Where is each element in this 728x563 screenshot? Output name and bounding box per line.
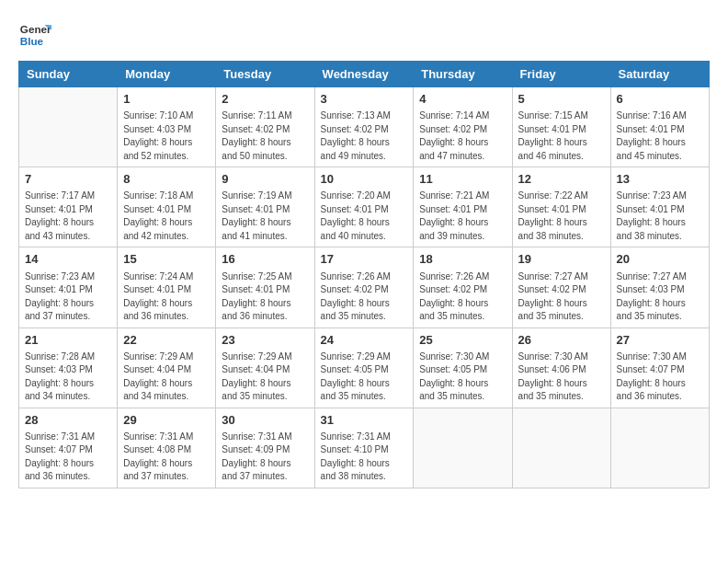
day-info: Sunrise: 7:30 AMSunset: 4:06 PMDaylight:… — [518, 350, 605, 404]
svg-text:General: General — [20, 23, 51, 35]
day-info: Sunrise: 7:31 AMSunset: 4:10 PMDaylight:… — [321, 431, 408, 484]
day-info: Sunrise: 7:31 AMSunset: 4:08 PMDaylight:… — [123, 431, 210, 484]
weekday-header-wednesday: Wednesday — [314, 62, 414, 87]
day-cell: 12Sunrise: 7:22 AMSunset: 4:01 PMDayligh… — [512, 167, 610, 247]
week-row-3: 14Sunrise: 7:23 AMSunset: 4:01 PMDayligh… — [19, 247, 710, 327]
day-number: 11 — [419, 171, 506, 188]
page-header: General Blue — [18, 18, 710, 52]
day-number: 10 — [321, 171, 408, 188]
day-number: 6 — [617, 91, 703, 108]
day-number: 30 — [222, 412, 308, 429]
day-number: 20 — [617, 251, 703, 268]
day-cell: 9Sunrise: 7:19 AMSunset: 4:01 PMDaylight… — [216, 167, 314, 247]
day-info: Sunrise: 7:26 AMSunset: 4:02 PMDaylight:… — [419, 270, 506, 324]
day-cell: 31Sunrise: 7:31 AMSunset: 4:10 PMDayligh… — [314, 408, 414, 488]
day-number: 5 — [518, 91, 605, 108]
day-info: Sunrise: 7:11 AMSunset: 4:02 PMDaylight:… — [222, 109, 308, 163]
day-number: 17 — [321, 251, 408, 268]
day-cell: 11Sunrise: 7:21 AMSunset: 4:01 PMDayligh… — [414, 167, 512, 247]
day-number: 1 — [123, 91, 210, 108]
day-info: Sunrise: 7:16 AMSunset: 4:01 PMDaylight:… — [617, 109, 703, 163]
day-info: Sunrise: 7:27 AMSunset: 4:02 PMDaylight:… — [518, 270, 605, 324]
weekday-header-row: SundayMondayTuesdayWednesdayThursdayFrid… — [19, 62, 710, 87]
day-cell: 25Sunrise: 7:30 AMSunset: 4:05 PMDayligh… — [414, 327, 512, 408]
day-number: 15 — [123, 251, 210, 268]
day-cell — [414, 408, 512, 488]
day-number: 7 — [25, 171, 111, 188]
day-cell — [19, 87, 118, 167]
day-cell: 4Sunrise: 7:14 AMSunset: 4:02 PMDaylight… — [414, 87, 512, 167]
day-cell: 28Sunrise: 7:31 AMSunset: 4:07 PMDayligh… — [19, 408, 118, 488]
day-cell — [610, 408, 709, 488]
day-info: Sunrise: 7:26 AMSunset: 4:02 PMDaylight:… — [321, 270, 408, 324]
day-info: Sunrise: 7:20 AMSunset: 4:01 PMDaylight:… — [321, 190, 408, 243]
day-info: Sunrise: 7:30 AMSunset: 4:07 PMDaylight:… — [617, 350, 703, 404]
day-number: 21 — [25, 332, 111, 349]
day-cell: 5Sunrise: 7:15 AMSunset: 4:01 PMDaylight… — [512, 87, 610, 167]
day-info: Sunrise: 7:29 AMSunset: 4:05 PMDaylight:… — [321, 350, 408, 404]
day-number: 2 — [222, 91, 308, 108]
day-cell: 14Sunrise: 7:23 AMSunset: 4:01 PMDayligh… — [19, 247, 118, 327]
svg-text:Blue: Blue — [20, 35, 44, 47]
day-info: Sunrise: 7:17 AMSunset: 4:01 PMDaylight:… — [25, 190, 111, 243]
day-cell: 29Sunrise: 7:31 AMSunset: 4:08 PMDayligh… — [118, 408, 216, 488]
day-info: Sunrise: 7:30 AMSunset: 4:05 PMDaylight:… — [419, 350, 506, 404]
day-info: Sunrise: 7:28 AMSunset: 4:03 PMDaylight:… — [25, 350, 111, 404]
day-cell: 16Sunrise: 7:25 AMSunset: 4:01 PMDayligh… — [216, 247, 314, 327]
week-row-2: 7Sunrise: 7:17 AMSunset: 4:01 PMDaylight… — [19, 167, 710, 247]
week-row-1: 1Sunrise: 7:10 AMSunset: 4:03 PMDaylight… — [19, 87, 710, 167]
calendar-table: SundayMondayTuesdayWednesdayThursdayFrid… — [18, 61, 710, 488]
weekday-header-saturday: Saturday — [610, 62, 709, 87]
weekday-header-tuesday: Tuesday — [216, 62, 314, 87]
day-number: 28 — [25, 412, 111, 429]
day-info: Sunrise: 7:22 AMSunset: 4:01 PMDaylight:… — [518, 190, 605, 243]
day-cell: 19Sunrise: 7:27 AMSunset: 4:02 PMDayligh… — [512, 247, 610, 327]
day-number: 9 — [222, 171, 308, 188]
day-number: 4 — [419, 91, 506, 108]
day-cell: 17Sunrise: 7:26 AMSunset: 4:02 PMDayligh… — [314, 247, 414, 327]
day-cell: 1Sunrise: 7:10 AMSunset: 4:03 PMDaylight… — [118, 87, 216, 167]
day-number: 27 — [617, 332, 703, 349]
day-info: Sunrise: 7:15 AMSunset: 4:01 PMDaylight:… — [518, 109, 605, 163]
day-number: 29 — [123, 412, 210, 429]
day-cell: 23Sunrise: 7:29 AMSunset: 4:04 PMDayligh… — [216, 327, 314, 408]
logo-icon: General Blue — [18, 18, 51, 52]
day-info: Sunrise: 7:23 AMSunset: 4:01 PMDaylight:… — [25, 270, 111, 324]
day-cell: 20Sunrise: 7:27 AMSunset: 4:03 PMDayligh… — [610, 247, 709, 327]
day-info: Sunrise: 7:29 AMSunset: 4:04 PMDaylight:… — [123, 350, 210, 404]
day-number: 23 — [222, 332, 308, 349]
day-info: Sunrise: 7:19 AMSunset: 4:01 PMDaylight:… — [222, 190, 308, 243]
day-cell: 8Sunrise: 7:18 AMSunset: 4:01 PMDaylight… — [118, 167, 216, 247]
day-cell: 26Sunrise: 7:30 AMSunset: 4:06 PMDayligh… — [512, 327, 610, 408]
day-info: Sunrise: 7:10 AMSunset: 4:03 PMDaylight:… — [123, 109, 210, 163]
day-number: 26 — [518, 332, 605, 349]
day-info: Sunrise: 7:31 AMSunset: 4:07 PMDaylight:… — [25, 431, 111, 484]
logo: General Blue — [18, 18, 51, 52]
day-info: Sunrise: 7:31 AMSunset: 4:09 PMDaylight:… — [222, 431, 308, 484]
day-info: Sunrise: 7:24 AMSunset: 4:01 PMDaylight:… — [123, 270, 210, 324]
day-info: Sunrise: 7:25 AMSunset: 4:01 PMDaylight:… — [222, 270, 308, 324]
day-cell: 13Sunrise: 7:23 AMSunset: 4:01 PMDayligh… — [610, 167, 709, 247]
day-number: 13 — [617, 171, 703, 188]
day-cell: 3Sunrise: 7:13 AMSunset: 4:02 PMDaylight… — [314, 87, 414, 167]
day-cell — [512, 408, 610, 488]
day-info: Sunrise: 7:29 AMSunset: 4:04 PMDaylight:… — [222, 350, 308, 404]
day-info: Sunrise: 7:27 AMSunset: 4:03 PMDaylight:… — [617, 270, 703, 324]
day-cell: 10Sunrise: 7:20 AMSunset: 4:01 PMDayligh… — [314, 167, 414, 247]
day-cell: 15Sunrise: 7:24 AMSunset: 4:01 PMDayligh… — [118, 247, 216, 327]
day-number: 19 — [518, 251, 605, 268]
weekday-header-friday: Friday — [512, 62, 610, 87]
day-number: 8 — [123, 171, 210, 188]
day-info: Sunrise: 7:13 AMSunset: 4:02 PMDaylight:… — [321, 109, 408, 163]
day-number: 24 — [321, 332, 408, 349]
weekday-header-sunday: Sunday — [19, 62, 118, 87]
day-info: Sunrise: 7:18 AMSunset: 4:01 PMDaylight:… — [123, 190, 210, 243]
day-cell: 18Sunrise: 7:26 AMSunset: 4:02 PMDayligh… — [414, 247, 512, 327]
day-cell: 27Sunrise: 7:30 AMSunset: 4:07 PMDayligh… — [610, 327, 709, 408]
day-number: 14 — [25, 251, 111, 268]
day-cell: 2Sunrise: 7:11 AMSunset: 4:02 PMDaylight… — [216, 87, 314, 167]
week-row-5: 28Sunrise: 7:31 AMSunset: 4:07 PMDayligh… — [19, 408, 710, 488]
day-cell: 24Sunrise: 7:29 AMSunset: 4:05 PMDayligh… — [314, 327, 414, 408]
day-info: Sunrise: 7:23 AMSunset: 4:01 PMDaylight:… — [617, 190, 703, 243]
day-cell: 30Sunrise: 7:31 AMSunset: 4:09 PMDayligh… — [216, 408, 314, 488]
